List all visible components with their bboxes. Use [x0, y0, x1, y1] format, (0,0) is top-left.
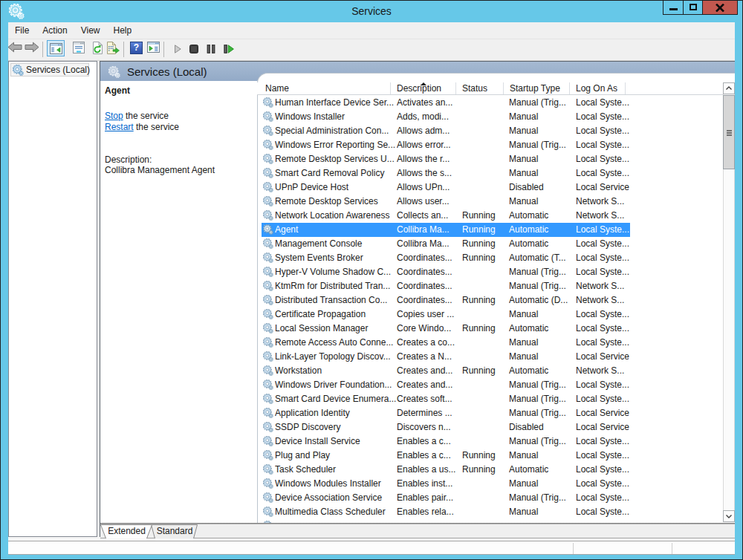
- cell-startup: Manual (Trig...: [509, 491, 574, 505]
- column-header-startup[interactable]: Startup Type: [504, 82, 570, 94]
- table-row[interactable]: Remote Desktop ServicesAllows user...Man…: [257, 195, 723, 209]
- table-row[interactable]: Special Administration Con...Allows adm.…: [257, 124, 723, 138]
- service-gear-icon: [263, 436, 273, 446]
- table-row[interactable]: Windows Error Reporting Se...Allows erro…: [257, 138, 723, 152]
- column-header-description[interactable]: Description: [391, 82, 456, 94]
- cell-description: Collibra Ma...: [397, 223, 461, 237]
- menu-view[interactable]: View: [74, 23, 107, 38]
- table-row[interactable]: Local Session ManagerCore Windo...Runnin…: [257, 322, 723, 336]
- table-row[interactable]: Hyper-V Volume Shadow C...Coordinates...…: [257, 265, 723, 279]
- service-gear-icon: [263, 450, 273, 460]
- table-row[interactable]: Link-Layer Topology Discov...Creates a N…: [257, 350, 723, 364]
- restart-service-icon[interactable]: [224, 45, 234, 53]
- table-row[interactable]: UPnP Device HostAllows UPn...DisabledLoc…: [257, 180, 723, 195]
- help-icon: ?: [134, 42, 139, 53]
- cell-description: Copies user ...: [397, 307, 461, 322]
- service-gear-icon: [263, 380, 273, 390]
- table-row[interactable]: Remote Desktop Services U...Allows the r…: [257, 152, 723, 166]
- cell-name: Management Console: [275, 237, 397, 251]
- table-row[interactable]: Application IdentityDetermines ...Manual…: [257, 406, 723, 420]
- table-row[interactable]: Windows Driver Foundation...Creates and.…: [257, 378, 723, 392]
- stop-service-line: Stop the service: [105, 111, 169, 121]
- tab-standard[interactable]: Standard: [151, 524, 198, 538]
- table-row[interactable]: Smart Card Removal PolicyAllows the s...…: [257, 166, 723, 180]
- cell-description: Enables pair...: [397, 491, 461, 505]
- help-button[interactable]: ?: [130, 42, 143, 54]
- table-row[interactable]: Human Interface Device Ser...Activates a…: [257, 96, 723, 110]
- title-bar[interactable]: Services: [1, 1, 742, 22]
- table-row[interactable]: Distributed Transaction Co...Coordinates…: [257, 293, 723, 307]
- table-row[interactable]: System Events BrokerCoordinates...Runnin…: [257, 251, 723, 265]
- column-header-filler: [626, 82, 723, 94]
- stop-service-link[interactable]: Stop: [105, 111, 123, 121]
- scroll-down-button[interactable]: [723, 510, 735, 522]
- tab-extended-label: Extended: [100, 524, 153, 538]
- refresh-icon[interactable]: [91, 42, 103, 54]
- console-tree-icon: [50, 43, 62, 54]
- cell-logon: Local Syste...: [576, 96, 632, 110]
- table-row[interactable]: Plug and PlayEnables a c...RunningManual…: [257, 449, 723, 463]
- table-row[interactable]: Windows InstallerAdds, modi...ManualLoca…: [257, 110, 723, 124]
- back-icon[interactable]: [7, 42, 22, 53]
- cell-name: Workstation: [275, 364, 397, 378]
- service-gear-icon: [263, 464, 273, 475]
- table-row[interactable]: Task SchedulerEnables a us...RunningAuto…: [257, 463, 723, 477]
- menu-file[interactable]: File: [8, 23, 36, 38]
- cell-description: Coordinates...: [397, 265, 461, 279]
- cell-name: Remote Access Auto Conne...: [275, 336, 397, 350]
- start-service-icon[interactable]: [175, 45, 181, 53]
- cell-status: Running: [462, 449, 507, 463]
- cell-startup: Automatic: [509, 223, 574, 237]
- menu-help[interactable]: Help: [107, 23, 139, 38]
- minimize-button[interactable]: [663, 0, 684, 15]
- properties-icon[interactable]: [73, 42, 85, 53]
- table-row[interactable]: Multimedia Class SchedulerEnables rela..…: [257, 505, 723, 519]
- description-text: Collibra Management Agent: [105, 165, 215, 175]
- forward-icon[interactable]: [25, 42, 39, 53]
- column-header-label: Log On As: [576, 83, 617, 94]
- cell-description: Enables inst...: [397, 477, 461, 491]
- table-row[interactable]: Certificate PropagationCopies user ...Ma…: [257, 307, 723, 322]
- table-row[interactable]: Remote Access Auto Conne...Creates a co.…: [257, 336, 723, 350]
- cell-logon: Local Syste...: [576, 449, 632, 463]
- scroll-up-button[interactable]: [723, 82, 735, 94]
- table-row[interactable]: AgentCollibra Ma...RunningAutomaticLocal…: [257, 223, 723, 237]
- export-list-icon[interactable]: [106, 42, 120, 54]
- scrollbar-thumb[interactable]: [723, 95, 735, 169]
- cell-description: Allows the r...: [397, 152, 461, 166]
- table-row[interactable]: Network Location AwarenessCollects an...…: [257, 209, 723, 223]
- table-row[interactable]: Device Install ServiceEnables a c...Manu…: [257, 434, 723, 449]
- table-row[interactable]: Windows Modules InstallerEnables inst...…: [257, 477, 723, 491]
- cell-logon: Local Syste...: [576, 434, 632, 449]
- column-header-name[interactable]: Name: [257, 82, 391, 94]
- restart-service-link[interactable]: Restart: [105, 122, 134, 132]
- menu-action[interactable]: Action: [36, 23, 74, 38]
- cell-logon: Local Syste...: [576, 152, 632, 166]
- cell-status: Running: [462, 209, 507, 223]
- action-pane-icon[interactable]: [147, 42, 160, 53]
- column-header-logon[interactable]: Log On As: [570, 82, 626, 94]
- cell-description: Allows the s...: [397, 166, 461, 180]
- toolbar-separator: [163, 42, 164, 57]
- cell-name: KtmRm for Distributed Tran...: [275, 279, 397, 293]
- stop-service-icon[interactable]: [189, 45, 198, 53]
- cell-startup: Manual: [509, 350, 574, 364]
- cell-startup: Automatic: [509, 463, 574, 477]
- chevron-up-icon: [724, 83, 734, 94]
- vertical-scrollbar[interactable]: [723, 82, 735, 522]
- column-header-status[interactable]: Status: [456, 82, 504, 94]
- cell-name: Local Session Manager: [275, 322, 397, 336]
- table-row[interactable]: SSDP DiscoveryDiscovers n...DisabledLoca…: [257, 420, 723, 434]
- pause-service-icon[interactable]: [207, 45, 215, 53]
- table-row[interactable]: Device Association ServiceEnables pair..…: [257, 491, 723, 505]
- close-button[interactable]: [702, 0, 738, 15]
- table-row[interactable]: Smart Card Device Enumera...Creates soft…: [257, 392, 723, 406]
- tree-item-services-local[interactable]: Services (Local): [10, 63, 89, 76]
- table-row[interactable]: Management ConsoleCollibra Ma...RunningA…: [257, 237, 723, 251]
- maximize-button[interactable]: [683, 0, 703, 15]
- cell-logon: Network S...: [576, 195, 632, 209]
- table-row[interactable]: KtmRm for Distributed Tran...Coordinates…: [257, 279, 723, 293]
- table-row[interactable]: WorkstationCreates and...RunningAutomati…: [257, 364, 723, 378]
- tab-extended[interactable]: Extended: [100, 524, 153, 538]
- show-hide-console-tree-button[interactable]: [47, 40, 65, 56]
